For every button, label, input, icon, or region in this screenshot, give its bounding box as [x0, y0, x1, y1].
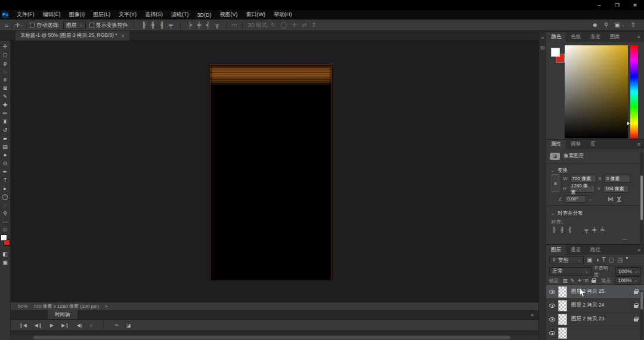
- type-tool[interactable]: T: [1, 177, 10, 184]
- tab-color[interactable]: 颜色: [546, 32, 566, 42]
- foreground-color-swatch[interactable]: [551, 48, 560, 57]
- pen-tool[interactable]: ✒: [1, 168, 10, 175]
- more-options-icon[interactable]: ⋯: [231, 22, 237, 28]
- align-middle-icon[interactable]: ╪: [593, 227, 596, 233]
- height-field[interactable]: 1280 像素: [569, 185, 595, 193]
- distribute-center-h-icon[interactable]: ╪: [197, 22, 201, 28]
- spot-healing-tool[interactable]: ✚: [1, 101, 10, 109]
- mute-audio-button[interactable]: ◀): [77, 323, 82, 328]
- menu-select[interactable]: 选择(S): [141, 10, 167, 19]
- layer-thumbnail[interactable]: [558, 300, 567, 311]
- align-bottom-icon[interactable]: ╧: [600, 227, 604, 233]
- layer-thumbnail[interactable]: [558, 314, 567, 325]
- layer-row[interactable]: [546, 326, 644, 340]
- distribute-right-icon[interactable]: ╡: [206, 22, 210, 28]
- account-icon[interactable]: ☻: [592, 22, 598, 28]
- flip-horizontal-icon[interactable]: ⋈: [608, 196, 614, 202]
- clone-stamp-tool[interactable]: ♜: [1, 118, 10, 125]
- align-left-icon[interactable]: ╟: [142, 22, 146, 28]
- collapsed-panel-icon[interactable]: ▤: [540, 45, 545, 50]
- filter-shape-icon[interactable]: ▢: [609, 257, 614, 263]
- layer-row[interactable]: 图层 2 拷贝 25: [546, 285, 644, 299]
- home-icon[interactable]: ⌂: [5, 22, 8, 28]
- align-left-icon[interactable]: ╟: [552, 227, 556, 233]
- tab-patterns[interactable]: 图案: [605, 32, 625, 42]
- menu-file[interactable]: 文件(F): [13, 10, 39, 19]
- color-picker-marker[interactable]: [566, 47, 569, 50]
- hand-tool[interactable]: ☞: [1, 202, 10, 209]
- filter-smart-object-icon[interactable]: ◳: [617, 257, 623, 263]
- tab-close-icon[interactable]: ×: [122, 33, 125, 39]
- minimize-button[interactable]: –: [590, 0, 608, 10]
- filter-toggle-icon[interactable]: ●: [626, 256, 628, 259]
- playback-options-button[interactable]: ○: [90, 323, 93, 328]
- filter-pixel-icon[interactable]: ▣: [587, 257, 592, 263]
- layer-name[interactable]: 图层 2 拷贝 23: [571, 316, 604, 323]
- layer-thumbnail[interactable]: [558, 286, 567, 298]
- blend-mode-dropdown[interactable]: 正常 ⌄: [549, 267, 592, 276]
- link-dimensions-icon[interactable]: 8: [552, 174, 559, 192]
- crop-tool[interactable]: #: [1, 76, 10, 84]
- menu-edit[interactable]: 编辑(E): [39, 10, 65, 19]
- opacity-dropdown[interactable]: 100% ⌄: [615, 267, 641, 276]
- layer-name[interactable]: 图层 2 拷贝 25: [571, 288, 604, 295]
- tab-swatches[interactable]: 色板: [566, 32, 586, 42]
- tab-adjustments[interactable]: 调整: [566, 140, 586, 149]
- layer-thumbnail[interactable]: [558, 327, 567, 339]
- canvas-workspace[interactable]: [11, 41, 538, 302]
- align-right-icon[interactable]: ╢: [160, 22, 164, 28]
- align-center-h-icon[interactable]: ╫: [560, 227, 564, 233]
- restore-button[interactable]: ❐: [608, 0, 626, 10]
- expand-panels-icon[interactable]: «: [541, 36, 544, 41]
- lock-transparency-icon[interactable]: ▨: [563, 278, 568, 283]
- fill-dropdown[interactable]: 100% ⌄: [615, 276, 640, 285]
- shape-tool[interactable]: ◯: [1, 193, 10, 200]
- menu-window[interactable]: 窗口(W): [242, 10, 270, 19]
- align-more-icon[interactable]: ⋯: [623, 236, 628, 242]
- history-brush-tool[interactable]: ↺: [1, 126, 10, 134]
- play-button[interactable]: ▶: [50, 323, 54, 328]
- angle-field[interactable]: 0.00°: [565, 195, 586, 203]
- width-field[interactable]: 720 像素: [570, 175, 596, 183]
- auto-select-dropdown[interactable]: 图层 ⌄: [63, 21, 86, 29]
- filter-adjustment-icon[interactable]: ◑: [595, 257, 599, 263]
- lock-all-icon[interactable]: [592, 280, 596, 283]
- menu-help[interactable]: 帮助(H): [270, 10, 296, 19]
- goto-next-frame-button[interactable]: ▶❙: [61, 323, 69, 328]
- hue-slider[interactable]: [630, 45, 638, 138]
- zoom-level[interactable]: 50%: [18, 304, 27, 309]
- dodge-tool[interactable]: ⊙: [1, 160, 10, 167]
- move-tool-icon[interactable]: ✛: [15, 22, 20, 28]
- lock-pixels-icon[interactable]: ✎: [571, 278, 575, 283]
- y-field[interactable]: 104 像素: [603, 185, 629, 193]
- default-colors-icon[interactable]: ◱: [3, 227, 7, 232]
- align-center-h-icon[interactable]: ╫: [151, 22, 155, 28]
- visibility-eye-icon[interactable]: [549, 331, 555, 335]
- filter-type-icon[interactable]: T: [602, 257, 606, 263]
- align-section-header[interactable]: ⌄ 对齐并分布: [551, 210, 583, 217]
- timeline-scrollbar-thumb[interactable]: [33, 336, 510, 339]
- flip-vertical-icon[interactable]: ⋈: [616, 196, 622, 202]
- tab-paths[interactable]: 路径: [586, 245, 605, 255]
- marquee-tool[interactable]: ◻: [1, 51, 10, 58]
- align-top-icon[interactable]: ╤: [169, 22, 173, 28]
- path-select-tool[interactable]: ▸: [1, 185, 10, 192]
- tab-gradients[interactable]: 渐变: [586, 32, 605, 42]
- more-tools-icon[interactable]: ⋯: [1, 218, 10, 225]
- menu-image[interactable]: 图像(I): [65, 10, 89, 19]
- layers-scrollbar-thumb[interactable]: [640, 292, 643, 310]
- distribute-top-icon[interactable]: ╥: [215, 22, 219, 28]
- chevron-down-icon[interactable]: ⌄: [589, 197, 592, 202]
- tab-channels[interactable]: 通道: [566, 245, 586, 255]
- auto-select-checkbox[interactable]: [30, 23, 35, 27]
- status-arrow-icon[interactable]: >: [105, 304, 108, 309]
- tab-layers[interactable]: 图层: [546, 245, 566, 255]
- document-tab[interactable]: 未标题-1 @ 50% (图层 2 拷贝 25, RGB/8) * ×: [16, 31, 129, 41]
- tool-preset-chevron-icon[interactable]: ⌄: [20, 23, 23, 27]
- timeline-menu-icon[interactable]: ≡: [531, 312, 534, 318]
- panel-menu-icon[interactable]: ≡: [637, 34, 640, 40]
- layer-name[interactable]: 图层 2 拷贝 24: [571, 302, 604, 309]
- search-icon[interactable]: ⚲: [604, 22, 608, 28]
- frame-tool[interactable]: ⊠: [1, 85, 10, 92]
- layers-scrollbar[interactable]: [640, 290, 643, 340]
